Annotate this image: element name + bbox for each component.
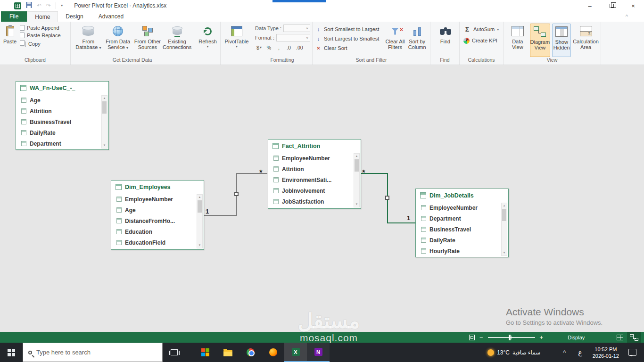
table-scrollbar[interactable]: ▲▼ [501,203,507,256]
relationship-connector-icon[interactable] [385,196,389,200]
table-field[interactable]: DailyRate [416,235,508,246]
grid-view-icon[interactable] [613,332,627,343]
scroll-down-icon[interactable]: ▼ [503,251,506,255]
table-field[interactable]: Age [111,205,204,215]
zoom-out-button[interactable]: − [479,334,483,340]
collapse-ribbon-icon[interactable]: ^ [626,14,628,19]
paste-append-button[interactable]: Paste Append [20,25,61,31]
scroll-up-icon[interactable]: ▲ [103,97,106,100]
scroll-down-icon[interactable]: ▼ [355,203,358,206]
find-button[interactable]: Find [438,24,453,57]
sort-by-column-button[interactable]: Sort by Column [406,24,428,57]
search-input[interactable] [36,349,157,356]
table-field[interactable]: EmployeeNumber [268,153,361,164]
relationship-line[interactable] [236,173,267,174]
table-field[interactable]: Attrition [268,164,361,174]
tab-advanced[interactable]: Advanced [91,11,131,22]
scroll-down-icon[interactable]: ▼ [103,144,106,147]
taskbar-firefox[interactable] [262,343,284,362]
diagram-table-wa-fn-usec[interactable]: WA_Fn-UseC_-_ Age Attrition BusinessTrav… [16,81,109,150]
from-data-service-button[interactable]: From Data Service ▾ [103,24,133,57]
taskbar-file-explorer[interactable] [216,343,239,362]
thousands-separator-button[interactable]: , [275,43,283,51]
table-field[interactable]: JobSatisfaction [268,196,361,207]
taskbar-app-microsoft[interactable] [194,343,216,362]
clear-sort-button[interactable]: ×Clear Sort [315,44,384,52]
scroll-up-icon[interactable]: ▲ [355,155,358,158]
taskbar-clock[interactable]: 10:52 PM 2026-01-12 [588,346,624,359]
taskbar-search[interactable] [23,343,163,362]
taskbar-weather[interactable]: 13°C سماء صافية [487,349,556,356]
table-field[interactable]: DailyRate [16,127,108,138]
paste-button[interactable]: Paste [3,24,17,57]
diagram-view-status-icon[interactable] [627,332,641,343]
scroll-thumb[interactable] [102,101,107,114]
start-button[interactable] [0,343,23,362]
table-field[interactable]: Department [416,213,508,224]
increase-decimal-button[interactable]: .00 [295,43,305,51]
zoom-in-button[interactable]: + [540,334,544,340]
taskbar-excel[interactable]: X [284,343,307,362]
show-hidden-icons-button[interactable]: ^ [556,349,572,356]
sort-largest-to-smallest-button[interactable]: ↓Sort Largest to Smallest [315,34,384,43]
zoom-slider[interactable] [488,337,535,338]
taskbar-chrome[interactable] [239,343,262,362]
table-header[interactable]: WA_Fn-UseC_-_ [16,82,108,94]
table-field[interactable]: EmployeeNumber [111,194,204,205]
minimize-button[interactable]: – [579,0,601,11]
table-field[interactable]: EducationField [111,237,204,248]
scroll-up-icon[interactable]: ▲ [198,196,201,199]
redo-button[interactable]: ↷ [46,2,51,9]
table-field[interactable]: Education [111,226,204,237]
table-header[interactable]: Fact_Attrition [268,140,361,152]
from-other-sources-button[interactable]: From Other Sources [133,24,163,57]
show-hidden-button[interactable]: Show Hidden [552,24,571,57]
relationship-line[interactable] [204,215,237,216]
from-database-button[interactable]: From Database ▾ [74,24,103,57]
action-center-icon[interactable] [628,349,636,356]
create-kpi-button[interactable]: Create KPI [463,36,499,45]
tab-design[interactable]: Design [58,11,91,22]
diagram-canvas[interactable]: 1 * * 1 WA_Fn-UseC_-_ Age Attrition Busi… [0,65,644,332]
copy-button[interactable]: Copy [20,40,61,47]
scroll-thumb[interactable] [355,159,359,172]
scroll-up-icon[interactable]: ▲ [503,204,506,207]
autosum-button[interactable]: ΣAutoSum▾ [463,25,499,33]
table-field[interactable]: BusinessTravel [416,224,508,235]
table-header[interactable]: Dim_Employees [111,181,204,193]
zoom-slider-thumb[interactable] [509,335,511,340]
scroll-thumb[interactable] [502,209,506,221]
table-field[interactable]: DistanceFromHo... [111,215,204,226]
table-header[interactable]: Dim_JobDetails [416,189,508,202]
table-scrollbar[interactable]: ▲▼ [354,153,360,207]
currency-format-button[interactable]: $▾ [255,43,263,51]
decrease-decimal-button[interactable]: .0 [285,43,293,51]
format-dropdown[interactable]: ˅ [276,34,310,41]
percent-format-button[interactable]: % [265,43,273,51]
diagram-table-dim-jobdetails[interactable]: Dim_JobDetails EmployeeNumber Department… [415,189,509,257]
task-view-button[interactable] [163,343,185,362]
table-scrollbar[interactable]: ▲▼ [197,194,203,248]
data-type-dropdown[interactable]: ˅ [283,25,310,32]
table-field[interactable]: EmployeeNumber [416,202,508,213]
save-button[interactable] [26,2,32,9]
diagram-view-button[interactable]: Diagram View [530,24,551,57]
table-field[interactable]: Age [16,95,108,106]
fit-to-screen-icon[interactable] [469,335,475,340]
diagram-table-fact-attrition[interactable]: Fact_Attrition EmployeeNumber Attrition … [268,139,361,209]
existing-connections-button[interactable]: Existing Connections [162,24,192,57]
data-view-button[interactable]: Data View [507,24,528,57]
taskbar-onenote[interactable]: N [307,343,330,362]
table-field[interactable]: EnvironmentSati... [268,174,361,185]
language-indicator[interactable]: ع [572,349,587,356]
refresh-button[interactable]: Refresh ▾ [198,24,217,57]
pivottable-button[interactable]: PivotTable ▾ [225,24,249,57]
table-field[interactable]: HourlyRate [416,246,508,256]
scroll-down-icon[interactable]: ▼ [198,244,201,247]
close-button[interactable]: × [622,0,644,11]
table-field[interactable]: JobInvolvement [268,185,361,196]
restore-button[interactable] [601,0,622,11]
qat-customize-button[interactable]: ▾ [61,2,63,9]
table-scrollbar[interactable]: ▲▼ [101,95,107,148]
tab-home[interactable]: Home [27,11,58,22]
